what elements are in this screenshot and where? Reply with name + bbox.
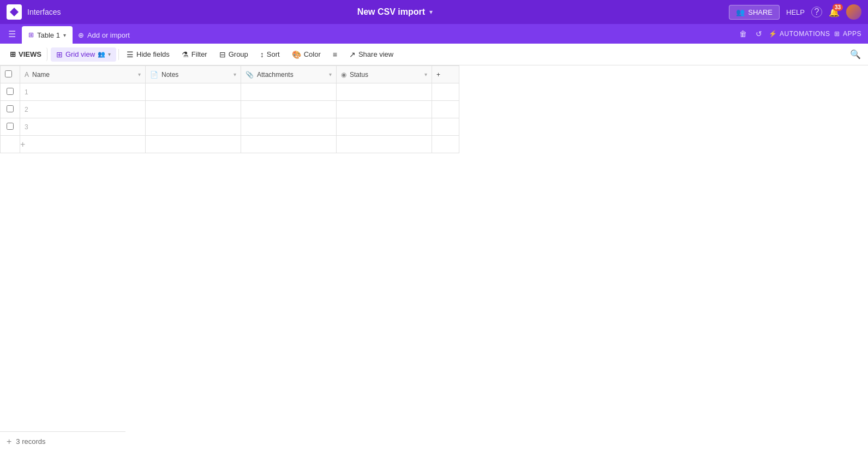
notes-col-label: Notes [161, 71, 178, 79]
select-all-checkbox[interactable] [1, 66, 20, 83]
table-tab-label: Table 1 [37, 31, 60, 39]
automations-icon: ⚡ [769, 30, 777, 38]
table-bar-right: 🗑 ↺ ⚡ AUTOMATIONS ⊞ APPS [737, 24, 864, 44]
checkbox-row-0[interactable] [7, 88, 14, 95]
attach-col-dropdown[interactable]: ▾ [329, 71, 332, 77]
attach-col-label: Attachments [257, 71, 294, 79]
attach-cell-2[interactable] [241, 118, 337, 136]
search-icon[interactable]: 🔍 [847, 47, 864, 62]
col-header-name[interactable]: A Name ▾ [20, 66, 146, 83]
row-checkbox[interactable] [1, 101, 20, 118]
name-col-dropdown[interactable]: ▾ [138, 71, 141, 77]
notifications-button[interactable]: 🔔 33 [829, 7, 840, 17]
add-row-checkbox-col [1, 136, 20, 153]
automations-button[interactable]: ⚡ AUTOMATIONS [769, 30, 830, 38]
grid-view-dropdown[interactable]: ▾ [108, 51, 111, 57]
col-header-attachments[interactable]: 📎 Attachments ▾ [241, 66, 337, 83]
hide-fields-button[interactable]: ☰ Hide fields [121, 47, 175, 62]
checkbox-row-2[interactable] [7, 123, 14, 130]
user-avatar[interactable] [846, 4, 861, 20]
add-column-button[interactable]: + [432, 66, 459, 83]
add-import-button[interactable]: ⊕ Add or import [73, 26, 135, 44]
filter-button[interactable]: ⚗ Filter [176, 47, 213, 62]
grid-container[interactable]: A Name ▾ 📄 Notes ▾ [0, 65, 868, 451]
table-row[interactable]: 2 [1, 101, 459, 118]
views-button[interactable]: ⊞ VIEWS [4, 47, 47, 61]
row-height-icon: ≡ [333, 50, 337, 59]
help-icon[interactable]: ? [811, 7, 822, 17]
row-checkbox[interactable] [1, 83, 20, 101]
grid-table: A Name ▾ 📄 Notes ▾ [0, 65, 459, 153]
share-icon: 👥 [736, 8, 745, 16]
col-header-status[interactable]: ◉ Status ▾ [337, 66, 432, 83]
table-tab-icon: ⊞ [28, 31, 34, 39]
status-col-icon: ◉ [341, 71, 346, 79]
status-cell-0[interactable] [337, 83, 432, 101]
table-bar: ☰ ⊞ Table 1 ▾ ⊕ Add or import 🗑 ↺ ⚡ AUTO… [0, 24, 868, 44]
views-icon: ⊞ [10, 50, 16, 58]
notes-cell-2[interactable] [146, 118, 241, 136]
table-row[interactable]: 3 [1, 118, 459, 136]
add-row-cell-2 [337, 136, 432, 153]
color-label: Color [304, 50, 321, 58]
add-row-footer-button[interactable]: + [7, 437, 11, 447]
add-row-button[interactable]: + [20, 136, 146, 153]
hamburger-menu[interactable]: ☰ [4, 24, 20, 44]
name-cell-2[interactable]: 3 [20, 118, 146, 136]
trash-icon[interactable]: 🗑 [737, 27, 749, 40]
status-col-label: Status [350, 71, 368, 79]
attach-cell-0[interactable] [241, 83, 337, 101]
attach-cell-1[interactable] [241, 101, 337, 118]
filter-icon: ⚗ [182, 50, 189, 59]
nav-left: Interfaces [7, 4, 61, 20]
notes-cell-1[interactable] [146, 101, 241, 118]
sort-icon: ↕ [260, 50, 264, 59]
page-title: New CSV import [357, 7, 425, 17]
add-row[interactable]: + [1, 136, 459, 153]
row-checkbox[interactable] [1, 118, 20, 136]
status-cell-2[interactable] [337, 118, 432, 136]
row-height-button[interactable]: ≡ [327, 47, 343, 62]
grid-view-icon: ⊞ [56, 50, 63, 59]
checkbox-all[interactable] [5, 70, 12, 77]
group-icon: ⊟ [219, 50, 226, 59]
group-button[interactable]: ⊟ Group [214, 47, 254, 62]
add-row-cell-1 [241, 136, 337, 153]
top-nav: Interfaces New CSV import ▾ 👥 SHARE HELP… [0, 0, 868, 24]
notes-cell-0[interactable] [146, 83, 241, 101]
share-button[interactable]: 👥 SHARE [729, 5, 780, 20]
notes-col-icon: 📄 [150, 71, 158, 79]
group-label: Group [229, 50, 248, 58]
footer: + 3 records [0, 431, 125, 451]
checkbox-row-1[interactable] [7, 105, 14, 112]
history-icon[interactable]: ↺ [753, 27, 764, 40]
title-dropdown-icon[interactable]: ▾ [429, 8, 433, 16]
status-col-dropdown[interactable]: ▾ [424, 71, 427, 77]
help-button[interactable]: HELP [786, 8, 805, 16]
name-cell-1[interactable]: 2 [20, 101, 146, 118]
grid-view-button[interactable]: ⊞ Grid view 👥 ▾ [51, 47, 116, 62]
col-header-notes[interactable]: 📄 Notes ▾ [146, 66, 241, 83]
name-col-icon: A [25, 71, 29, 79]
table-row[interactable]: 1 [1, 83, 459, 101]
notes-col-dropdown[interactable]: ▾ [234, 71, 236, 77]
apps-label: APPS [843, 30, 861, 38]
share-view-button[interactable]: ↗ Share view [344, 47, 399, 62]
add-row-cell-3 [432, 136, 459, 153]
toolbar-right: 🔍 [847, 49, 864, 59]
color-button[interactable]: 🎨 Color [286, 47, 326, 62]
app-logo[interactable] [7, 4, 22, 20]
table-tab-dropdown-icon[interactable]: ▾ [63, 32, 66, 38]
row-add-col-2 [432, 118, 459, 136]
hide-fields-label: Hide fields [136, 50, 170, 58]
notification-badge: 33 [833, 4, 843, 11]
nav-right: 👥 SHARE HELP ? 🔔 33 [729, 4, 861, 20]
sort-button[interactable]: ↕ Sort [255, 47, 285, 62]
apps-button[interactable]: ⊞ APPS [834, 30, 861, 38]
apps-icon: ⊞ [834, 30, 840, 38]
sort-label: Sort [267, 50, 280, 58]
attach-col-icon: 📎 [246, 71, 254, 79]
table-tab-1[interactable]: ⊞ Table 1 ▾ [22, 26, 73, 44]
status-cell-1[interactable] [337, 101, 432, 118]
name-cell-0[interactable]: 1 [20, 83, 146, 101]
